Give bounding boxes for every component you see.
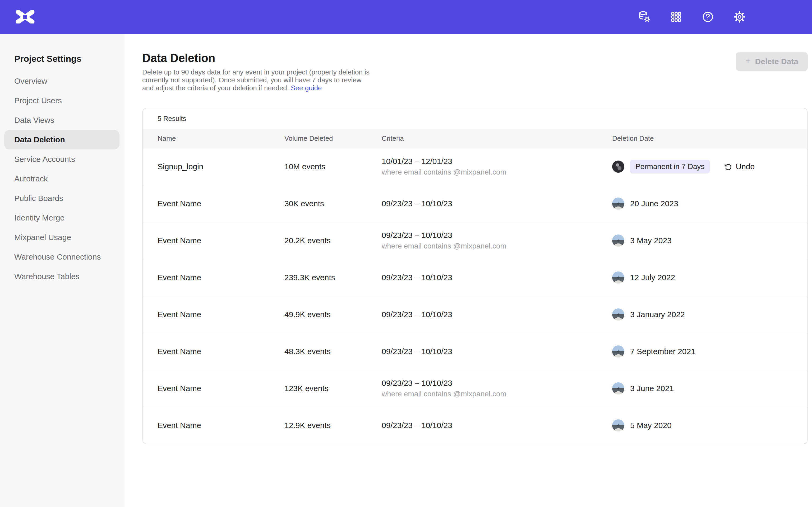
sidebar-item-warehouse-connections[interactable]: Warehouse Connections (4, 247, 119, 267)
row-volume-deleted: 30K events (285, 199, 382, 208)
sidebar-item-data-deletion[interactable]: Data Deletion (4, 130, 119, 150)
sidebar-title: Project Settings (14, 53, 124, 64)
results-count: 5 Results (143, 108, 807, 129)
deletion-date-text: 20 June 2023 (630, 199, 678, 208)
page-description-text: Delete up to 90 days data for any event … (142, 68, 369, 92)
table-row: Event Name 20.2K events 09/23/23 – 10/10… (143, 222, 807, 259)
delete-data-button-label: Delete Data (755, 57, 798, 66)
deletion-date-text: 3 June 2021 (630, 384, 674, 393)
table-body: Signup_login 10M events 10/01/23 – 12/01… (143, 148, 807, 444)
row-event-name: Signup_login (158, 162, 285, 171)
criteria-filter-detail: where email contains @mixpanel.com (382, 390, 612, 398)
row-deletion-date: 12 July 2022 (612, 272, 793, 284)
page-header: Data Deletion Delete up to 90 days data … (142, 51, 808, 92)
criteria-date-range: 09/23/23 – 10/10/23 (382, 421, 612, 430)
delete-data-button[interactable]: + Delete Data (736, 52, 808, 71)
row-volume-deleted: 49.9K events (285, 310, 382, 319)
criteria-date-range: 09/23/23 – 10/10/23 (382, 273, 612, 282)
row-deletion-date: 3 May 2023 (612, 234, 793, 247)
row-criteria: 09/23/23 – 10/10/23 (382, 347, 612, 356)
plus-icon: + (745, 56, 751, 66)
undo-icon (723, 162, 732, 171)
row-deletion-date: 3 June 2021 (612, 382, 793, 395)
row-volume-deleted: 20.2K events (285, 236, 382, 245)
column-header-volume-deleted: Volume Deleted (285, 134, 382, 143)
column-header-criteria: Criteria (382, 134, 612, 143)
deletion-date-text: 3 May 2023 (630, 236, 672, 245)
deletion-date-text: 3 January 2022 (630, 310, 685, 319)
page-title: Data Deletion (142, 51, 375, 65)
undo-button[interactable]: Undo (723, 162, 755, 171)
sidebar-item-public-boards[interactable]: Public Boards (4, 188, 119, 208)
user-avatar (612, 161, 624, 173)
row-volume-deleted: 239.3K events (285, 273, 382, 282)
row-volume-deleted: 123K events (285, 384, 382, 393)
row-event-name: Event Name (158, 347, 285, 356)
topbar-icon-group (638, 0, 746, 34)
table-row: Event Name 48.3K events 09/23/23 – 10/10… (143, 333, 807, 370)
user-avatar (612, 308, 624, 321)
help-icon[interactable] (702, 11, 714, 23)
sidebar-item-autotrack[interactable]: Autotrack (4, 169, 119, 188)
row-event-name: Event Name (158, 310, 285, 319)
see-guide-link[interactable]: See guide (291, 84, 322, 92)
row-deletion-date: Permanent in 7 Days Undo (612, 160, 793, 173)
deletion-date-text: 7 September 2021 (630, 347, 696, 356)
user-avatar (612, 382, 624, 395)
permanence-badge: Permanent in 7 Days (630, 160, 710, 173)
row-volume-deleted: 12.9K events (285, 421, 382, 430)
criteria-date-range: 09/23/23 – 10/10/23 (382, 199, 612, 208)
user-avatar (612, 419, 624, 432)
sidebar-item-identity-merge[interactable]: Identity Merge (4, 208, 119, 228)
mixpanel-logo[interactable] (15, 10, 35, 23)
criteria-filter-detail: where email contains @mixpanel.com (382, 242, 612, 250)
row-volume-deleted: 10M events (285, 162, 382, 171)
row-event-name: Event Name (158, 421, 285, 430)
row-deletion-date: 20 June 2023 (612, 198, 793, 210)
row-deletion-date: 3 January 2022 (612, 308, 793, 321)
row-event-name: Event Name (158, 199, 285, 208)
row-criteria: 09/23/23 – 10/10/23 where email contains… (382, 231, 612, 250)
sidebar-item-service-accounts[interactable]: Service Accounts (4, 150, 119, 169)
sidebar-item-list: OverviewProject UsersData ViewsData Dele… (0, 71, 124, 286)
sidebar-item-data-views[interactable]: Data Views (4, 110, 119, 130)
row-event-name: Event Name (158, 273, 285, 282)
table-row: Event Name 123K events 09/23/23 – 10/10/… (143, 370, 807, 407)
row-volume-deleted: 48.3K events (285, 347, 382, 356)
top-navigation-bar (0, 0, 812, 34)
table-row: Event Name 49.9K events 09/23/23 – 10/10… (143, 296, 807, 333)
table-row: Event Name 30K events 09/23/23 – 10/10/2… (143, 185, 807, 222)
sidebar-item-overview[interactable]: Overview (4, 71, 119, 91)
row-deletion-date: 5 May 2020 (612, 419, 793, 432)
user-avatar (612, 198, 624, 210)
row-event-name: Event Name (158, 236, 285, 245)
apps-grid-icon[interactable] (670, 11, 682, 23)
undo-label: Undo (735, 162, 755, 171)
criteria-date-range: 10/01/23 – 12/01/23 (382, 157, 612, 166)
user-avatar (612, 345, 624, 357)
row-deletion-date: 7 September 2021 (612, 345, 793, 357)
row-criteria: 10/01/23 – 12/01/23 where email contains… (382, 157, 612, 176)
deletion-date-text: 12 July 2022 (630, 273, 675, 282)
row-criteria: 09/23/23 – 10/10/23 (382, 421, 612, 430)
user-avatar (612, 272, 624, 284)
row-criteria: 09/23/23 – 10/10/23 (382, 310, 612, 319)
sidebar-item-project-users[interactable]: Project Users (4, 91, 119, 110)
column-header-deletion-date: Deletion Date (612, 134, 793, 143)
main-content: Data Deletion Delete up to 90 days data … (124, 34, 812, 507)
criteria-date-range: 09/23/23 – 10/10/23 (382, 347, 612, 356)
row-criteria: 09/23/23 – 10/10/23 (382, 273, 612, 282)
row-criteria: 09/23/23 – 10/10/23 (382, 199, 612, 208)
deletions-table-card: 5 Results Name Volume Deleted Criteria D… (142, 108, 808, 444)
sidebar-item-warehouse-tables[interactable]: Warehouse Tables (4, 267, 119, 286)
criteria-filter-detail: where email contains @mixpanel.com (382, 168, 612, 176)
sidebar-item-mixpanel-usage[interactable]: Mixpanel Usage (4, 228, 119, 247)
page-header-text: Data Deletion Delete up to 90 days data … (142, 51, 375, 92)
data-management-icon[interactable] (638, 11, 651, 23)
criteria-date-range: 09/23/23 – 10/10/23 (382, 379, 612, 388)
criteria-date-range: 09/23/23 – 10/10/23 (382, 231, 612, 240)
table-row: Event Name 239.3K events 09/23/23 – 10/1… (143, 259, 807, 296)
table-header-row: Name Volume Deleted Criteria Deletion Da… (143, 129, 807, 148)
settings-icon[interactable] (733, 11, 746, 23)
row-criteria: 09/23/23 – 10/10/23 where email contains… (382, 379, 612, 398)
